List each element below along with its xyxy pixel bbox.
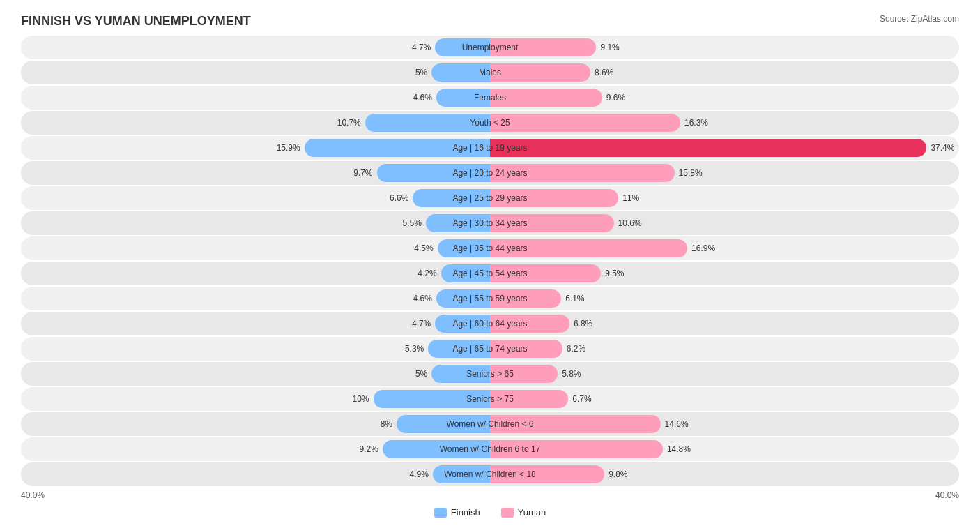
- right-value-label: 8.6%: [595, 68, 613, 77]
- right-value-label: 5.8%: [562, 369, 581, 379]
- bar-row: 5.5%10.6%Age | 30 to 34 years: [21, 211, 959, 235]
- right-value-label: 6.2%: [567, 344, 585, 354]
- bar-row: 10%6.7%Seniors > 75: [21, 387, 959, 411]
- right-value-label: 6.7%: [572, 394, 591, 404]
- bar-right: [490, 139, 926, 157]
- left-value-label: 5%: [415, 68, 427, 77]
- left-value-label: 4.7%: [412, 43, 431, 52]
- right-value-label: 9.8%: [608, 469, 627, 479]
- bar-row: 4.6%6.1%Age | 55 to 59 years: [21, 287, 959, 310]
- bar-label: Women w/ Children 6 to 17: [440, 444, 541, 454]
- bar-label: Youth < 25: [470, 118, 510, 128]
- bar-row: 4.7%9.1%Unemployment: [21, 36, 959, 59]
- axis-left: 40.0%: [21, 490, 45, 500]
- legend-swatch-finnish: [434, 508, 447, 518]
- bar-row: 4.2%9.5%Age | 45 to 54 years: [21, 262, 959, 285]
- right-value-label: 9.6%: [606, 93, 625, 103]
- right-value-label: 9.1%: [600, 43, 619, 52]
- bar-row: 4.9%9.8%Women w/ Children < 18: [21, 462, 959, 486]
- left-value-label: 10%: [352, 394, 369, 404]
- left-value-label: 10.7%: [337, 118, 361, 128]
- chart-header: FINNISH VS YUMAN UNEMPLOYMENT Source: Zi…: [21, 14, 959, 29]
- bar-row: 10.7%16.3%Youth < 25: [21, 111, 959, 135]
- bar-label: Women w/ Children < 18: [444, 469, 536, 479]
- right-value-label: 16.3%: [684, 118, 708, 128]
- bar-label: Age | 65 to 74 years: [452, 344, 527, 354]
- bar-label: Age | 35 to 44 years: [452, 243, 527, 253]
- bar-label: Age | 25 to 29 years: [452, 193, 527, 203]
- right-value-label: 14.6%: [665, 419, 689, 429]
- legend-item-finnish: Finnish: [434, 507, 480, 518]
- bar-label: Unemployment: [462, 43, 519, 52]
- left-value-label: 4.6%: [413, 93, 432, 103]
- bar-row: 15.9%37.4%Age | 16 to 19 years: [21, 136, 959, 160]
- bar-row: 5%8.6%Males: [21, 61, 959, 84]
- left-value-label: 15.9%: [277, 143, 300, 153]
- left-value-label: 5.3%: [405, 344, 424, 354]
- bar-right: [490, 89, 602, 107]
- legend-label-finnish: Finnish: [451, 507, 480, 518]
- right-value-label: 11%: [622, 193, 639, 203]
- bar-right: [490, 63, 590, 82]
- right-value-label: 16.9%: [691, 243, 715, 253]
- bar-label: Females: [474, 93, 506, 103]
- bar-label: Seniors > 65: [466, 369, 514, 379]
- left-value-label: 4.7%: [412, 319, 431, 329]
- bar-row: 4.5%16.9%Age | 35 to 44 years: [21, 236, 959, 260]
- bar-label: Age | 45 to 54 years: [452, 269, 527, 278]
- left-value-label: 4.2%: [418, 269, 436, 278]
- bar-label: Seniors > 75: [466, 394, 514, 404]
- bar-row: 5%5.8%Seniors > 65: [21, 362, 959, 386]
- right-value-label: 14.8%: [667, 444, 691, 454]
- left-value-label: 6.6%: [390, 193, 408, 203]
- bar-label: Age | 60 to 64 years: [452, 319, 527, 329]
- right-value-label: 37.4%: [931, 143, 954, 153]
- bar-label: Age | 20 to 24 years: [452, 168, 527, 178]
- chart-container: FINNISH VS YUMAN UNEMPLOYMENT Source: Zi…: [0, 0, 980, 528]
- right-value-label: 6.8%: [574, 319, 592, 329]
- legend-label-yuman: Yuman: [518, 507, 546, 518]
- right-value-label: 9.5%: [605, 269, 624, 278]
- left-value-label: 4.9%: [410, 469, 429, 479]
- axis-right: 40.0%: [935, 490, 959, 500]
- chart-source: Source: ZipAtlas.com: [880, 14, 959, 24]
- left-value-label: 4.5%: [414, 243, 433, 253]
- right-value-label: 6.1%: [565, 294, 584, 303]
- axis-row: 40.0% 40.0%: [21, 490, 959, 500]
- left-value-label: 8%: [381, 419, 392, 429]
- bar-label: Males: [479, 68, 501, 77]
- bar-label: Women w/ Children < 6: [447, 419, 534, 429]
- bar-row: 5.3%6.2%Age | 65 to 74 years: [21, 337, 959, 361]
- chart-title: FINNISH VS YUMAN UNEMPLOYMENT: [21, 14, 251, 29]
- bar-row: 9.2%14.8%Women w/ Children 6 to 17: [21, 437, 959, 461]
- right-value-label: 15.8%: [679, 168, 703, 178]
- legend-item-yuman: Yuman: [501, 507, 546, 518]
- left-value-label: 9.7%: [353, 168, 372, 178]
- legend-swatch-yuman: [501, 508, 514, 518]
- bar-label: Age | 30 to 34 years: [452, 218, 527, 228]
- left-value-label: 4.6%: [413, 294, 432, 303]
- bar-row: 4.7%6.8%Age | 60 to 64 years: [21, 312, 959, 335]
- chart-area: 4.7%9.1%Unemployment5%8.6%Males4.6%9.6%F…: [21, 36, 959, 486]
- bar-row: 9.7%15.8%Age | 20 to 24 years: [21, 161, 959, 185]
- bar-label: Age | 55 to 59 years: [452, 294, 527, 303]
- bar-row: 6.6%11%Age | 25 to 29 years: [21, 186, 959, 210]
- bar-label: Age | 16 to 19 years: [452, 143, 527, 153]
- left-value-label: 9.2%: [360, 444, 378, 454]
- bar-right: [490, 114, 680, 132]
- legend: Finnish Yuman: [21, 507, 959, 518]
- right-value-label: 10.6%: [618, 218, 642, 228]
- left-value-label: 5%: [415, 369, 427, 379]
- bar-row: 4.6%9.6%Females: [21, 86, 959, 110]
- left-value-label: 5.5%: [403, 218, 422, 228]
- bar-row: 8%14.6%Women w/ Children < 6: [21, 412, 959, 436]
